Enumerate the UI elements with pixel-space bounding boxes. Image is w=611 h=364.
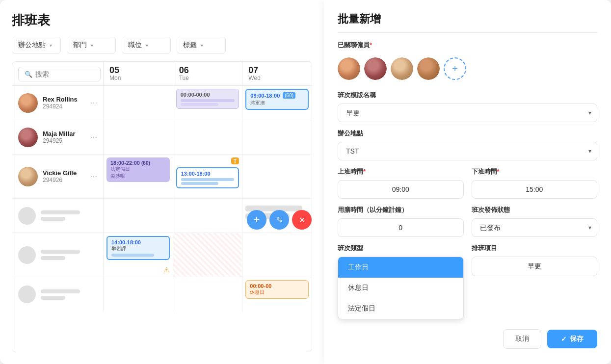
publish-status-select-wrapper: 已發布 ▾ bbox=[472, 218, 598, 237]
person-info-rex: Rex Rollins 294924 bbox=[43, 96, 78, 110]
type-item-row: 班次類型 工作日 休息日 法定假日 排班項目 早更 bbox=[338, 244, 597, 319]
person-id-vickie: 294926 bbox=[43, 177, 77, 183]
shift-block-blue[interactable]: 13:00-18:00 bbox=[176, 167, 239, 188]
shift-block[interactable]: 18:00-22:00 (60) 法定假日 尖沙咀 bbox=[106, 157, 170, 182]
calendar-grid: 🔍 05 Mon 06 Tue 07 Wed bbox=[12, 61, 312, 352]
avatar-maja bbox=[18, 128, 38, 147]
save-button[interactable]: ✓ 保存 bbox=[547, 330, 597, 348]
search-box[interactable]: 🔍 bbox=[18, 67, 101, 81]
meal-time-input[interactable] bbox=[338, 218, 464, 237]
publish-status-group: 班次發佈狀態 已發布 ▾ bbox=[472, 206, 598, 237]
add-shift-button[interactable]: + bbox=[247, 210, 266, 230]
chevron-down-icon: ▾ bbox=[91, 43, 93, 48]
table-row: Maja Millar 294925 ··· bbox=[12, 120, 312, 155]
shift-block[interactable]: 00:00-00:00 bbox=[176, 89, 239, 109]
delete-shift-button[interactable]: ✕ bbox=[292, 210, 312, 230]
meal-time-label: 用膳時間（以分鐘計鐘） bbox=[338, 206, 464, 214]
chevron-down-icon: ▾ bbox=[50, 43, 52, 48]
schedule-item-value: 早更 bbox=[472, 257, 598, 276]
schedule-item-label: 排班項目 bbox=[472, 244, 598, 253]
day-cell-vickie-05: 18:00-22:00 (60) 法定假日 尖沙咀 bbox=[103, 155, 173, 198]
action-row: 取消 ✓ 保存 bbox=[338, 329, 597, 349]
associated-employees-label: 已關聯僱員* bbox=[338, 41, 597, 50]
save-label: 保存 bbox=[570, 335, 584, 343]
person-cell-ph3 bbox=[12, 277, 103, 312]
check-icon: ✓ bbox=[561, 335, 567, 343]
add-employee-button[interactable]: + bbox=[444, 57, 466, 80]
shift-block-blue[interactable]: 09:00-18:00 (60) 將軍澳 bbox=[245, 89, 309, 110]
end-time-input[interactable] bbox=[472, 180, 598, 199]
time-row: 上班時間* 下班時間* bbox=[338, 167, 597, 199]
employee-avatar-2 bbox=[364, 57, 387, 80]
shift-template-select-wrapper: 早更 ▾ bbox=[338, 104, 597, 122]
tag-t: T bbox=[231, 157, 239, 164]
employee-avatar-3 bbox=[391, 57, 413, 80]
calendar-body: Rex Rollins 294924 ··· 00:00-00:00 bbox=[12, 86, 312, 352]
day-cell-rex-07: 09:00-18:00 (60) 將軍澳 bbox=[242, 86, 312, 120]
meal-status-row: 用膳時間（以分鐘計鐘） 班次發佈狀態 已發布 ▾ bbox=[338, 206, 597, 237]
filter-office[interactable]: 辦公地點 ▾ bbox=[12, 37, 61, 53]
office-location-select[interactable]: TST bbox=[338, 142, 597, 160]
more-button-rex[interactable]: ··· bbox=[89, 97, 99, 109]
shift-block-orange[interactable]: 00:00-00 休息日 bbox=[245, 280, 309, 299]
shift-block[interactable]: 14:00-18:00 攀岩課 bbox=[106, 236, 170, 260]
day-cell-ph1-06 bbox=[173, 199, 242, 233]
calendar-header: 🔍 05 Mon 06 Tue 07 Wed bbox=[12, 62, 312, 86]
edit-shift-button[interactable]: ✎ bbox=[269, 210, 289, 230]
day-cell-ph1-07: + ✎ ✕ bbox=[242, 199, 312, 233]
avatar-vickie bbox=[18, 167, 38, 186]
table-row: 14:00-18:00 攀岩課 ⚠ bbox=[12, 233, 312, 277]
more-button-vickie[interactable]: ··· bbox=[89, 170, 99, 183]
shift-type-option-workday[interactable]: 工作日 bbox=[338, 257, 463, 278]
publish-status-select[interactable]: 已發布 bbox=[472, 218, 598, 237]
table-row: + ✎ ✕ bbox=[12, 199, 312, 233]
filter-dept[interactable]: 部門 ▾ bbox=[67, 37, 116, 53]
cancel-button[interactable]: 取消 bbox=[503, 329, 541, 349]
person-name-maja: Maja Millar bbox=[43, 130, 75, 137]
day-number-05: 05 bbox=[109, 66, 167, 75]
day-cell-maja-05 bbox=[103, 120, 173, 154]
day-cell-maja-06 bbox=[173, 120, 242, 154]
filter-tag[interactable]: 標籤 ▾ bbox=[177, 37, 226, 53]
day-name-05: Mon bbox=[109, 75, 167, 81]
day-cell-vickie-06: T 13:00-18:00 bbox=[173, 155, 242, 198]
filter-dept-label: 部門 bbox=[73, 41, 87, 50]
shift-location: 將軍澳 bbox=[250, 100, 304, 106]
filter-office-label: 辦公地點 bbox=[18, 41, 46, 50]
shift-type-option-holiday[interactable]: 法定假日 bbox=[338, 298, 463, 319]
day-cell-rex-05 bbox=[103, 86, 173, 120]
panel-title: 批量新增 bbox=[338, 12, 597, 33]
header-day-06: 06 Tue bbox=[173, 62, 242, 85]
shift-type-option-restday[interactable]: 休息日 bbox=[338, 278, 463, 298]
warning-icon: ⚠ bbox=[163, 266, 170, 274]
office-location-label: 辦公地點 bbox=[338, 129, 597, 138]
start-time-label: 上班時間* bbox=[338, 167, 464, 176]
search-input[interactable] bbox=[35, 70, 94, 78]
day-cell-rock-06 bbox=[173, 233, 242, 277]
shift-template-select[interactable]: 早更 bbox=[338, 104, 597, 122]
page-title: 排班表 bbox=[12, 12, 312, 29]
end-time-group: 下班時間* bbox=[472, 167, 598, 199]
start-time-input[interactable] bbox=[338, 180, 464, 199]
office-location-select-wrapper: TST ▾ bbox=[338, 142, 597, 160]
avatar-row: + bbox=[338, 53, 597, 84]
more-button-maja[interactable]: ··· bbox=[89, 131, 99, 144]
shift-template-label: 班次模版名稱 bbox=[338, 91, 597, 100]
search-cell: 🔍 bbox=[12, 62, 103, 85]
person-name-vickie: Vickie Gille bbox=[43, 169, 77, 177]
schedule-item-group: 排班項目 早更 bbox=[472, 244, 598, 276]
day-cell-rex-06: 00:00-00:00 bbox=[173, 86, 242, 120]
employee-avatar-4 bbox=[417, 57, 440, 80]
filter-position[interactable]: 職位 ▾ bbox=[122, 37, 171, 53]
form-section: 已關聯僱員* + 班次模版名稱 bbox=[338, 41, 597, 319]
day-cell-rock-07 bbox=[242, 233, 312, 277]
right-panel: 批量新增 已關聯僱員* + bbox=[324, 0, 611, 364]
day-cell-ph1-05 bbox=[103, 199, 173, 233]
shift-template-group: 班次模版名稱 早更 ▾ bbox=[338, 91, 597, 122]
avatar-rex bbox=[18, 93, 38, 113]
day-cell-ph3-06 bbox=[173, 277, 242, 312]
associated-employees-group: 已關聯僱員* + bbox=[338, 41, 597, 84]
start-time-group: 上班時間* bbox=[338, 167, 464, 199]
header-day-05: 05 Mon bbox=[103, 62, 173, 85]
shift-type-group: 班次類型 工作日 休息日 法定假日 bbox=[338, 244, 464, 319]
